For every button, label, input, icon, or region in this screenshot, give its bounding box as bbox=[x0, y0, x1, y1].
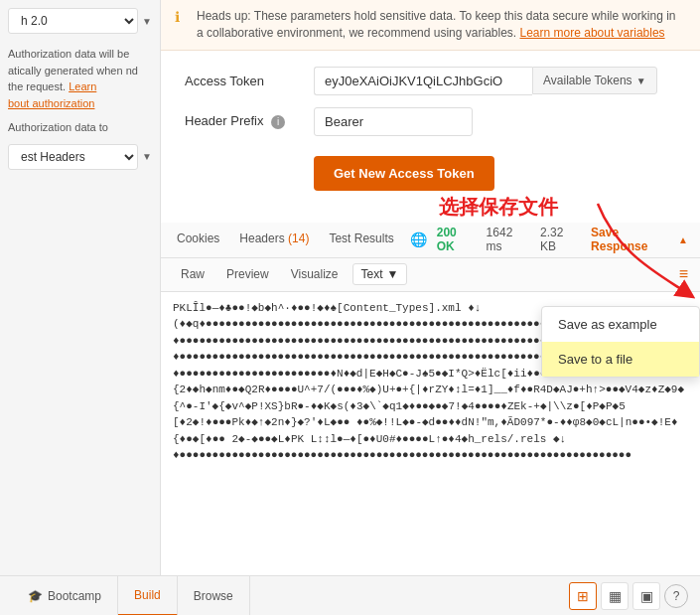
response-size: 2.32 KB bbox=[540, 226, 581, 253]
available-tokens-button[interactable]: Available Tokens ▼ bbox=[532, 67, 657, 94]
response-tabs-bar: Cookies Headers (14) Test Results 🌐 200 … bbox=[161, 223, 700, 258]
wrap-icon[interactable]: ≡ bbox=[679, 265, 688, 283]
main-content: Access Token Available Tokens ▼ Header P… bbox=[161, 51, 700, 223]
bootcamp-label: Bootcamp bbox=[48, 589, 101, 603]
help-icon[interactable]: ? bbox=[664, 584, 688, 608]
binary-line-5: {2♦◆h◆nm♦●◆Q2R♦●●●●U^+7/(●●●♦%◆)U+●+{|♦r… bbox=[173, 382, 688, 398]
tab-browse[interactable]: Browse bbox=[178, 576, 250, 616]
tab-visualize[interactable]: Visualize bbox=[283, 263, 347, 285]
get-token-button[interactable]: Get New Access Token bbox=[314, 156, 494, 191]
save-response-chevron-icon: ▲ bbox=[678, 234, 688, 245]
left-sidebar: h 2.0 ▼ Authorization data will be atica… bbox=[0, 0, 161, 615]
access-token-label: Access Token bbox=[185, 74, 314, 88]
headers-count-badge: (14) bbox=[288, 231, 309, 245]
sidebar-version-row: h 2.0 ▼ bbox=[8, 8, 152, 34]
warning-link[interactable]: Learn more about variables bbox=[520, 26, 665, 40]
binary-line-9: ♦●●●●●●●●●●●●●●●●●●●●●●●●●●●●●●●●●●●●●●●… bbox=[173, 447, 688, 464]
save-response-label: Save Response bbox=[591, 226, 675, 253]
sidebar-auth-data-to-label: Authorization data to bbox=[8, 119, 152, 136]
headers-dropdown-chevron-icon: ▼ bbox=[142, 151, 152, 162]
layout-icon-3[interactable]: ▣ bbox=[632, 582, 660, 610]
text-format-dropdown[interactable]: Text ▼ bbox=[352, 263, 408, 285]
layout-icon-1[interactable]: ⊞ bbox=[569, 582, 597, 610]
globe-icon: 🌐 bbox=[410, 231, 427, 247]
browse-label: Browse bbox=[194, 589, 233, 603]
sidebar-auth-description: Authorization data will be atically gene… bbox=[8, 46, 152, 111]
tab-preview[interactable]: Preview bbox=[218, 263, 277, 285]
headers-dropdown[interactable]: est Headers bbox=[8, 144, 138, 170]
version-chevron-icon: ▼ bbox=[142, 16, 152, 27]
save-dropdown-popup: Save as example Save to a file bbox=[541, 306, 700, 378]
sidebar-auth-data-text: Authorization data to bbox=[8, 121, 108, 133]
status-group: 🌐 200 OK 1642 ms 2.32 KB Save Response ▲ bbox=[410, 226, 688, 253]
sidebar-about-auth-link[interactable]: bout authorization bbox=[8, 97, 94, 109]
build-label: Build bbox=[134, 588, 161, 602]
tab-build[interactable]: Build bbox=[118, 576, 178, 616]
bottom-bar: 🎓 Bootcamp Build Browse ⊞ ▦ ▣ ? bbox=[0, 575, 700, 615]
header-prefix-label: Header Prefix i bbox=[185, 113, 314, 129]
bottom-icon-group: ⊞ ▦ ▣ ? bbox=[569, 582, 688, 610]
annotation-text: 选择保存文件 bbox=[439, 194, 558, 221]
get-token-btn-container: Get New Access Token bbox=[185, 148, 676, 207]
access-token-row: Access Token Available Tokens ▼ bbox=[185, 67, 676, 95]
save-as-example-item[interactable]: Save as example bbox=[542, 307, 699, 342]
view-options-bar: Raw Preview Visualize Text ▼ ≡ bbox=[161, 258, 700, 292]
bearer-input[interactable] bbox=[314, 107, 473, 136]
header-prefix-label-text: Header Prefix bbox=[185, 113, 263, 128]
available-tokens-chevron-icon: ▼ bbox=[636, 76, 646, 86]
tab-raw[interactable]: Raw bbox=[173, 263, 212, 285]
bootcamp-icon: 🎓 bbox=[28, 589, 43, 603]
tab-test-results[interactable]: Test Results bbox=[325, 224, 397, 255]
warning-banner: Heads up: These parameters hold sensitiv… bbox=[161, 0, 700, 51]
version-select[interactable]: h 2.0 bbox=[8, 8, 138, 34]
binary-line-8: {♦●◆[♦●● 2◆-◆●●◆L♦PK L↕↕l●—♦[●♦U0#♦●●●●L… bbox=[173, 431, 688, 448]
save-response-button[interactable]: Save Response ▲ bbox=[591, 226, 688, 253]
tab-headers[interactable]: Headers (14) bbox=[235, 224, 313, 255]
sidebar-learn-link[interactable]: Learn bbox=[69, 80, 96, 92]
tab-bootcamp[interactable]: 🎓 Bootcamp bbox=[12, 576, 118, 616]
response-time: 1642 ms bbox=[487, 226, 530, 253]
save-to-file-item[interactable]: Save to a file bbox=[542, 342, 699, 377]
right-panel: Heads up: These parameters hold sensitiv… bbox=[161, 0, 700, 556]
status-ok-badge: 200 OK bbox=[437, 226, 477, 253]
text-format-label: Text bbox=[361, 267, 383, 281]
layout-icon-2[interactable]: ▦ bbox=[601, 582, 629, 610]
binary-line-6: {^●-I'◆{◆v^◆P!XS}bR●-♦◆K◆s(♦3◆\`◆q1◆♦●●◆… bbox=[173, 398, 688, 415]
binary-line-7: [♦2◆!♦●●●Pk♦◆↑◆2n♦}◆?'♦L◆●● ♦●%◆!!L◆●-◆d… bbox=[173, 414, 688, 431]
access-token-input[interactable] bbox=[314, 67, 532, 95]
info-icon[interactable]: i bbox=[271, 115, 285, 129]
tab-cookies[interactable]: Cookies bbox=[173, 224, 223, 255]
header-prefix-row: Header Prefix i bbox=[185, 107, 676, 136]
headers-tab-label: Headers bbox=[239, 231, 284, 245]
sidebar-dropdown-row: est Headers ▼ bbox=[8, 144, 152, 170]
token-select-group: Available Tokens ▼ bbox=[314, 67, 657, 95]
text-format-chevron-icon: ▼ bbox=[387, 267, 399, 281]
available-tokens-label: Available Tokens bbox=[543, 74, 632, 87]
